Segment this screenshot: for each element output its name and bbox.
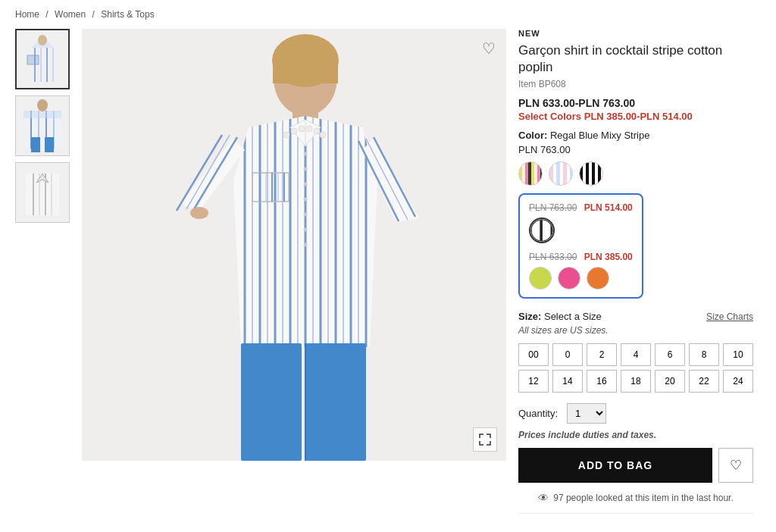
sc-sale-price-2: PLN 385.00 (584, 252, 633, 262)
sc-swatch-orange[interactable] (587, 267, 609, 289)
sc-orig-price-1: PLN 763.00 (529, 202, 577, 213)
size-22[interactable]: 22 (689, 370, 719, 393)
size-18[interactable]: 18 (621, 370, 651, 393)
select-colors-label: Select Colors (518, 111, 581, 122)
sc-swatch-selected[interactable] (529, 217, 555, 243)
wishlist-button[interactable]: ♡ (718, 448, 753, 483)
sc-swatch-list (529, 267, 633, 289)
breadcrumb: Home / Women / Shirts & Tops (0, 0, 776, 29)
thumbnail-2[interactable] (15, 95, 70, 156)
thumbnail-3[interactable] (15, 162, 70, 223)
expand-button[interactable] (473, 427, 497, 452)
breadcrumb-home[interactable]: Home (15, 9, 39, 20)
svg-point-75 (304, 167, 308, 171)
color-swatch-1[interactable] (518, 161, 543, 186)
size-grid: 00 0 2 4 6 8 10 12 14 16 18 20 22 24 (518, 343, 753, 393)
color-swatch-3[interactable] (579, 161, 603, 186)
item-code: Item BP608 (518, 79, 753, 89)
sc-swatch-yellow[interactable] (529, 267, 552, 289)
main-product-image: ♡ (82, 29, 506, 461)
svg-point-68 (320, 132, 326, 138)
size-note: All sizes are US sizes. (518, 325, 753, 336)
svg-point-7 (38, 35, 47, 45)
size-charts-link[interactable]: Size Charts (706, 311, 753, 322)
thumbnail-list (15, 29, 70, 514)
svg-point-66 (306, 126, 312, 132)
thumbnail-1[interactable] (15, 29, 70, 89)
svg-rect-71 (305, 343, 366, 461)
eye-icon: 👁 (538, 492, 549, 504)
size-4[interactable]: 4 (621, 343, 651, 366)
svg-rect-16 (45, 137, 54, 152)
svg-point-78 (304, 213, 308, 217)
quantity-label: Quantity: (518, 408, 558, 419)
selected-price: PLN 763.00 (518, 144, 753, 155)
product-title: Garçon shirt in cocktail stripe cotton p… (518, 42, 753, 76)
select-colors-price: PLN 385.00-PLN 514.00 (584, 111, 693, 122)
color-swatch-list (518, 161, 753, 186)
sc-sale-price-1: PLN 514.00 (584, 202, 633, 213)
size-label: Size: Select a Size (518, 311, 602, 322)
new-badge: NEW (518, 29, 753, 38)
size-8[interactable]: 8 (689, 343, 719, 366)
svg-point-14 (37, 99, 48, 111)
wishlist-icon-main[interactable]: ♡ (482, 39, 496, 58)
size-2[interactable]: 2 (587, 343, 617, 366)
svg-point-77 (304, 198, 308, 202)
size-12[interactable]: 12 (518, 370, 549, 393)
breadcrumb-women[interactable]: Women (55, 9, 86, 20)
svg-point-76 (304, 183, 308, 186)
svg-point-64 (291, 128, 297, 134)
price-select-colors: Select Colors PLN 385.00-PLN 514.00 (518, 111, 753, 122)
taxes-note: Prices include duties and taxes. (518, 430, 753, 440)
viewers-text: 97 people looked at this item in the las… (553, 493, 734, 503)
product-details: NEW Garçon shirt in cocktail stripe cott… (518, 29, 753, 514)
svg-point-65 (299, 126, 305, 132)
svg-rect-26 (273, 61, 338, 83)
svg-rect-13 (23, 111, 61, 118)
size-header: Size: Select a Size Size Charts (518, 311, 753, 322)
price-range: PLN 633.00-PLN 763.00 (518, 97, 753, 109)
breadcrumb-category[interactable]: Shirts & Tops (101, 9, 154, 20)
svg-point-73 (190, 207, 208, 219)
size-24[interactable]: 24 (723, 370, 753, 393)
quantity-row: Quantity: 1 2 3 4 5 (518, 403, 753, 424)
svg-point-74 (304, 152, 308, 156)
sc-price-row-1: PLN 763.00 PLN 514.00 (529, 202, 633, 213)
color-swatch-2[interactable] (549, 161, 573, 186)
add-to-bag-button[interactable]: ADD TO BAG (518, 448, 712, 483)
svg-point-67 (314, 128, 320, 134)
quantity-selector[interactable]: 1 2 3 4 5 (567, 403, 606, 424)
size-20[interactable]: 20 (655, 370, 685, 393)
size-16[interactable]: 16 (587, 370, 617, 393)
size-select-prompt: Select a Size (544, 311, 602, 322)
color-label: Color: Regal Blue Mixy Stripe (518, 130, 753, 141)
color-name: Regal Blue Mixy Stripe (550, 130, 650, 141)
add-to-bag-row: ADD TO BAG ♡ (518, 448, 753, 483)
size-0[interactable]: 0 (552, 343, 583, 366)
viewers-row: 👁 97 people looked at this item in the l… (518, 492, 753, 504)
svg-rect-15 (31, 137, 40, 152)
svg-point-80 (304, 243, 308, 247)
svg-rect-70 (241, 343, 302, 461)
svg-rect-6 (27, 55, 39, 64)
svg-point-69 (283, 132, 289, 138)
size-00[interactable]: 00 (518, 343, 549, 366)
size-14[interactable]: 14 (552, 370, 583, 393)
divider (518, 513, 753, 514)
size-6[interactable]: 6 (655, 343, 685, 366)
sc-swatch-pink[interactable] (558, 267, 580, 289)
sc-orig-price-2: PLN 633.00 (529, 252, 577, 262)
sc-price-row-2: PLN 633.00 PLN 385.00 (529, 252, 633, 262)
size-10[interactable]: 10 (723, 343, 753, 366)
svg-point-79 (304, 228, 308, 232)
product-page: ♡ NEW Garçon shirt in cocktail stripe co… (0, 29, 776, 529)
select-colors-box: PLN 763.00 PLN 514.00 (518, 193, 643, 299)
